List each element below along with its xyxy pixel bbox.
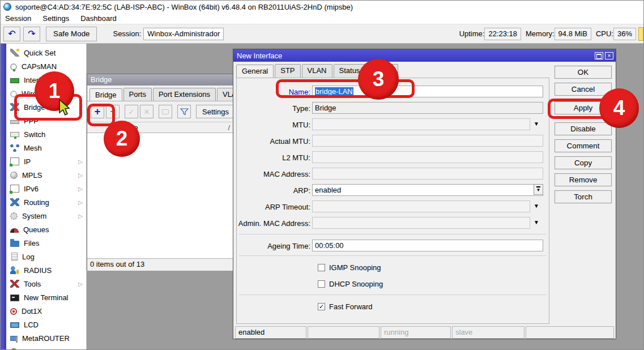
- sidebar-item-queues[interactable]: Queues: [6, 223, 86, 236]
- mtu-label: MTU:: [237, 119, 310, 129]
- quick-set-icon: [10, 49, 19, 57]
- tab-general[interactable]: General: [236, 65, 274, 79]
- lcd-icon: [10, 322, 19, 328]
- menu-dashboard[interactable]: Dashboard: [75, 14, 122, 23]
- ageing-time-label: Ageing Time:: [237, 240, 310, 250]
- sidebar-item-routing[interactable]: Routing▷: [6, 195, 86, 209]
- admin-mac-label: Admin. MAC Address:: [237, 217, 310, 228]
- filter-button[interactable]: [177, 105, 191, 118]
- sidebar-item-radius[interactable]: RADIUS: [6, 263, 86, 277]
- tab-stp[interactable]: STP: [275, 64, 300, 78]
- check-icon: ✓: [129, 108, 135, 116]
- submenu-arrow-icon: ▷: [78, 186, 83, 192]
- fast-forward-checkbox[interactable]: ✓: [318, 303, 325, 310]
- sidebar-item-files[interactable]: Files: [6, 236, 86, 250]
- switch-icon: [10, 132, 19, 137]
- close-icon[interactable]: ×: [605, 52, 613, 59]
- status-running: running: [381, 326, 451, 339]
- submenu-arrow-icon: ▷: [78, 199, 83, 206]
- sidebar-item-ipv6[interactable]: IPv6▷: [6, 182, 86, 195]
- tab-ports[interactable]: Ports: [123, 88, 152, 101]
- bridge-window-titlebar[interactable]: Bridge: [87, 74, 233, 86]
- sidebar-item-switch[interactable]: Switch: [6, 127, 86, 141]
- sidebar-item-metarouter[interactable]: MetaROUTER: [6, 331, 86, 345]
- igmp-snooping-checkbox-row[interactable]: IGMP Snooping: [318, 262, 381, 272]
- sidebar-item-ip[interactable]: IP▷: [6, 155, 86, 168]
- igmp-snooping-label: IGMP Snooping: [329, 263, 381, 272]
- arp-dropdown-button[interactable]: ▼: [534, 184, 543, 195]
- comment-dialog-button[interactable]: Comment: [555, 139, 612, 152]
- tab-port-extensions[interactable]: Port Extensions: [153, 88, 216, 101]
- mtu-field: [312, 118, 530, 130]
- sidebar-item-system[interactable]: System▷: [6, 209, 86, 223]
- dialog-titlebar: New Interface ×: [233, 49, 616, 62]
- submenu-arrow-icon: ▷: [78, 172, 83, 178]
- tab-vlans[interactable]: VLANs: [217, 88, 233, 101]
- tab-vlan[interactable]: VLAN: [302, 64, 332, 78]
- cancel-button[interactable]: Cancel: [555, 83, 612, 96]
- sidebar-item-dot1x[interactable]: Dot1X: [6, 304, 86, 318]
- bridge-status-text: 0 items out of 13: [87, 259, 233, 271]
- sidebar-item-mesh[interactable]: Mesh: [6, 141, 86, 155]
- ipv6-icon: [10, 185, 19, 193]
- settings-button[interactable]: Settings: [196, 105, 235, 118]
- sidebar-item-quick-set[interactable]: Quick Set: [6, 46, 86, 59]
- sidebar-item-mpls[interactable]: MPLS▷: [6, 168, 86, 182]
- mpls-icon: [10, 172, 18, 179]
- disable-interface-button[interactable]: Disable: [555, 122, 612, 135]
- undo-button[interactable]: ↶: [3, 27, 20, 41]
- system-icon: [10, 212, 18, 220]
- dropdown-icon: ▼: [534, 203, 539, 209]
- sidebar-item-partition[interactable]: Partition: [6, 345, 86, 349]
- checkmark-icon: ✓: [319, 304, 324, 310]
- redo-icon: ↷: [28, 28, 35, 39]
- separator: [239, 234, 547, 234]
- torch-button[interactable]: Torch: [555, 190, 612, 203]
- terminal-icon: [10, 294, 19, 301]
- capsman-icon: [10, 63, 17, 70]
- maximize-icon[interactable]: [595, 52, 603, 59]
- fast-forward-checkbox-row[interactable]: ✓ Fast Forward: [318, 301, 373, 311]
- sidebar-item-capsman[interactable]: CAPsMAN: [6, 59, 86, 73]
- submenu-arrow-icon: ▷: [78, 213, 83, 219]
- igmp-snooping-checkbox[interactable]: [318, 264, 325, 271]
- ageing-time-input[interactable]: 00:05:00: [312, 240, 543, 251]
- interfaces-icon: [10, 78, 19, 83]
- copy-button[interactable]: Copy: [555, 156, 612, 169]
- metarouter-icon: [10, 336, 18, 341]
- arp-timeout-field: [312, 200, 530, 212]
- annotation-step-2: 2: [104, 121, 140, 157]
- enable-button: ✓: [125, 105, 138, 118]
- comment-icon: [162, 109, 169, 114]
- arp-label: ARP:: [237, 185, 310, 195]
- tab-bridge[interactable]: Bridge: [89, 88, 122, 101]
- status-enabled: enabled: [235, 326, 306, 339]
- ok-button[interactable]: OK: [555, 66, 612, 79]
- remove-button[interactable]: Remove: [555, 173, 612, 186]
- sidebar-item-tools[interactable]: Tools▷: [6, 277, 86, 291]
- arp-select[interactable]: enabled: [312, 184, 543, 196]
- toolbar-stats: Uptime: 22:23:18 Memory: 94.8 MiB CPU: 3…: [455, 27, 643, 41]
- menu-session[interactable]: Session: [1, 14, 37, 23]
- submenu-arrow-icon: ▷: [78, 281, 83, 287]
- sidebar-item-lcd[interactable]: LCD: [6, 318, 86, 331]
- dhcp-snooping-checkbox-row[interactable]: DHCP Snooping: [318, 279, 383, 289]
- separator: [239, 255, 547, 256]
- dhcp-snooping-checkbox[interactable]: [318, 280, 325, 288]
- menu-settings[interactable]: Settings: [37, 14, 75, 23]
- admin-mac-field: [312, 217, 530, 229]
- session-input[interactable]: Winbox-Administrador: [143, 28, 224, 40]
- filter-icon: [180, 108, 189, 116]
- redo-button[interactable]: ↷: [23, 27, 40, 41]
- cross-icon: ✕: [144, 108, 150, 116]
- safe-mode-button[interactable]: Safe Mode: [46, 27, 97, 41]
- sidebar-item-log[interactable]: Log: [6, 250, 86, 263]
- app-titlebar: soporte@C4:AD:34:7E:92:5C (LAB-ISP-ABC) …: [1, 1, 643, 13]
- memory-value: 94.8 MiB: [555, 28, 591, 40]
- memory-label: Memory:: [526, 29, 555, 38]
- sidebar-item-new-terminal[interactable]: New Terminal: [6, 291, 86, 304]
- l2-mtu-label: L2 MTU:: [237, 152, 310, 162]
- annotation-rect-add-button: [87, 104, 115, 126]
- radius-icon: [10, 266, 19, 274]
- winbox-app-window: soporte@C4:AD:34:7E:92:5C (LAB-ISP-ABC) …: [0, 0, 644, 350]
